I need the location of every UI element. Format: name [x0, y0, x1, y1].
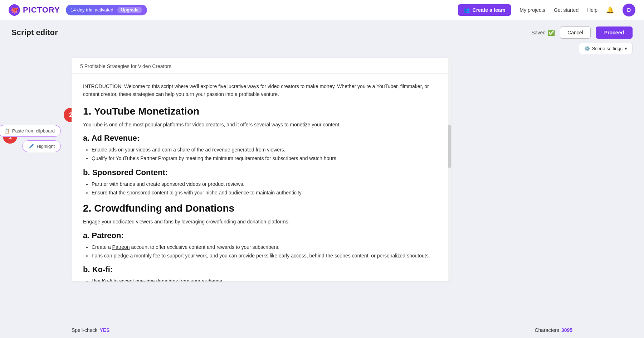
bottom-bar: Spell-check YES Characters 3095 — [0, 322, 644, 338]
trial-badge[interactable]: 14 day trial activated! Upgrade — [66, 5, 147, 15]
avatar[interactable]: D — [623, 4, 635, 16]
sidebar-tools: 📋 Paste from clipboard 🖊️ Highlight — [0, 65, 64, 152]
logo[interactable]: 🐙 PICTORY — [9, 4, 60, 16]
body-youtube: YouTube is one of the most popular platf… — [83, 121, 439, 129]
create-team-button[interactable]: 👥 Create a team — [458, 4, 511, 16]
list-item: Create a Patreon account to offer exclus… — [92, 243, 439, 252]
list-item: Qualify for YouTube's Partner Program by… — [92, 154, 439, 163]
chevron-down-icon: ▾ — [625, 46, 627, 51]
topnav: 🐙 PICTORY 14 day trial activated! Upgrad… — [0, 0, 644, 20]
document-title: 5 Profitable Strategies for Video Creato… — [80, 63, 171, 69]
clipboard-icon: 📋 — [4, 128, 10, 134]
my-projects-link[interactable]: My projects — [519, 7, 545, 13]
saved-checkmark-icon: ✅ — [548, 29, 555, 36]
spell-check-value[interactable]: YES — [99, 327, 109, 333]
heading-crowdfunding: 2. Crowdfunding and Donations — [83, 203, 439, 214]
bullets-patreon: Create a Patreon account to offer exclus… — [83, 243, 439, 260]
proceed-button[interactable]: Proceed — [596, 26, 633, 39]
intro-text: INTRODUCTION: Welcome to this script whe… — [83, 82, 439, 98]
characters-value: 3095 — [561, 327, 572, 333]
help-link[interactable]: Help — [587, 7, 597, 13]
editor-container: 5 Profitable Strategies for Video Creato… — [72, 58, 451, 281]
highlight-button[interactable]: 🖊️ Highlight — [22, 140, 61, 152]
trial-text: 14 day trial activated! — [71, 7, 115, 13]
heading-ad-revenue: a. Ad Revenue: — [83, 134, 439, 143]
page-header: Script editor Saved ✅ Cancel Proceed — [0, 20, 644, 43]
bullets-sponsored: Partner with brands and create sponsored… — [83, 180, 439, 197]
gear-icon: ⚙️ — [584, 46, 590, 51]
scene-settings-bar: ⚙️ Scene settings ▾ — [0, 43, 644, 58]
list-item: Partner with brands and create sponsored… — [92, 180, 439, 189]
list-item: Ensure that the sponsored content aligns… — [92, 189, 439, 197]
saved-status: Saved ✅ — [531, 29, 555, 36]
heading-kofi: b. Ko-fi: — [83, 265, 439, 274]
list-item: Enable ads on your videos and earn a sha… — [92, 146, 439, 154]
highlighter-icon: 🖊️ — [28, 144, 34, 149]
characters-count: Characters 3095 — [535, 327, 572, 333]
heading-patreon: a. Patreon: — [83, 231, 439, 240]
create-team-icon: 👥 — [464, 7, 470, 13]
header-actions: Saved ✅ Cancel Proceed — [531, 26, 633, 39]
upgrade-button[interactable]: Upgrade — [117, 7, 142, 13]
spell-check: Spell-check YES — [72, 327, 109, 333]
heading-sponsored-content: b. Sponsored Content: — [83, 168, 439, 177]
page-title: Script editor — [11, 28, 58, 37]
editor-title-bar: 5 Profitable Strategies for Video Creato… — [72, 58, 451, 74]
logo-text: PICTORY — [23, 5, 60, 15]
logo-icon: 🐙 — [9, 4, 20, 16]
heading-youtube-monetization: 1. YouTube Monetization — [83, 106, 439, 117]
spell-check-label: Spell-check — [72, 327, 97, 333]
list-item: Use Ko-fi to accept one-time donations f… — [92, 277, 439, 281]
bullets-ad-revenue: Enable ads on your videos and earn a sha… — [83, 146, 439, 163]
saved-label: Saved — [531, 30, 546, 35]
bullets-kofi: Use Ko-fi to accept one-time donations f… — [83, 277, 439, 281]
main-content: 1 2 📋 Paste from clipboard 🖊️ Highlight … — [0, 58, 644, 281]
body-crowdfunding: Engage your dedicated viewers and fans b… — [83, 218, 439, 226]
editor-body[interactable]: INTRODUCTION: Welcome to this script whe… — [72, 74, 451, 281]
editor-scrollbar[interactable] — [448, 58, 451, 281]
characters-label: Characters — [535, 327, 559, 333]
scrollbar-thumb[interactable] — [448, 125, 451, 168]
scene-settings-button[interactable]: ⚙️ Scene settings ▾ — [579, 43, 633, 54]
get-started-link[interactable]: Get started — [554, 7, 579, 13]
cancel-button[interactable]: Cancel — [560, 26, 591, 39]
notification-bell-icon[interactable]: 🔔 — [606, 6, 614, 14]
paste-from-clipboard-button[interactable]: 📋 Paste from clipboard — [0, 125, 61, 137]
list-item: Fans can pledge a monthly fee to support… — [92, 252, 439, 260]
